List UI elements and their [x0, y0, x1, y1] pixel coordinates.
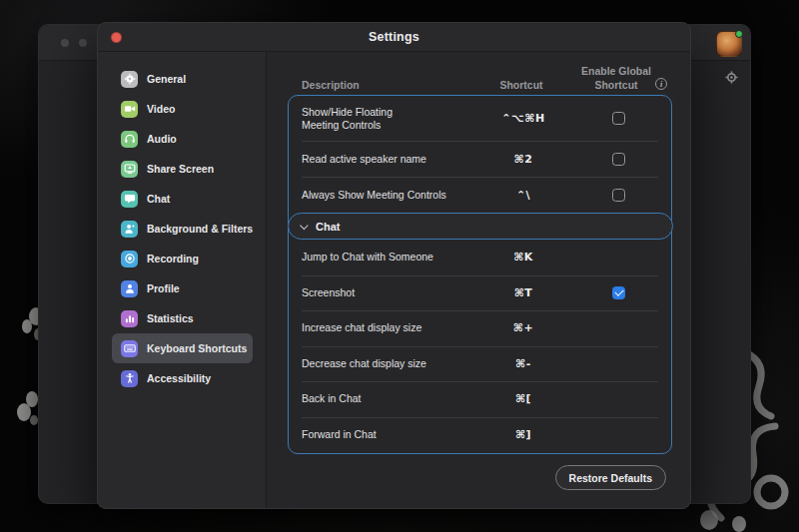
shortcut-row: Decrease chat display size⌘-: [289, 346, 671, 382]
minimize-icon[interactable]: [79, 39, 87, 47]
record-icon: [121, 251, 138, 267]
shortcut-description: Read active speaker name: [302, 153, 468, 166]
settings-sidebar: GeneralVideoAudioShare ScreenChatBackgro…: [98, 52, 267, 508]
shortcut-row: Back in Chat⌘[: [289, 381, 671, 417]
keyboard-icon: [121, 340, 138, 357]
sidebar-item-label: Video: [147, 103, 175, 115]
gear-icon[interactable]: [725, 71, 738, 84]
close-button[interactable]: [111, 32, 122, 43]
shortcut-row: Screenshot⌘T: [289, 275, 671, 311]
shortcut-row: Always Show Meeting Controls⌃\: [289, 177, 671, 213]
sidebar-item-background-filters[interactable]: Background & Filters: [112, 214, 253, 244]
sidebar-item-audio[interactable]: Audio: [112, 124, 253, 154]
chevron-down-icon: [300, 222, 308, 230]
shortcut-keys[interactable]: ⌃⌥⌘H: [468, 112, 578, 125]
sidebar-item-recording[interactable]: Recording: [112, 244, 253, 273]
global-shortcut-checkbox[interactable]: [612, 112, 625, 125]
video-camera-icon: [121, 101, 138, 118]
global-shortcut-checkbox[interactable]: [612, 286, 625, 299]
shortcut-row: Forward in Chat⌘]: [289, 417, 671, 453]
shortcut-row: Jump to Chat with Someone⌘K: [289, 240, 671, 275]
close-icon[interactable]: [61, 39, 69, 47]
shortcut-description: Screenshot: [302, 286, 468, 299]
user-avatar[interactable]: [716, 31, 742, 57]
shortcut-keys[interactable]: ⌘]: [468, 428, 578, 441]
sidebar-item-chat[interactable]: Chat: [112, 184, 253, 214]
sidebar-item-label: Keyboard Shortcuts: [147, 342, 247, 354]
shortcut-keys[interactable]: ⌃\: [468, 189, 578, 202]
sidebar-item-statistics[interactable]: Statistics: [112, 303, 253, 333]
shortcut-description: Forward in Chat: [302, 428, 468, 441]
gear-icon: [121, 71, 138, 88]
shortcut-description: Back in Chat: [302, 392, 468, 405]
info-icon[interactable]: i: [655, 78, 667, 90]
chat-section-label: Chat: [316, 221, 340, 233]
column-header-description: Description: [302, 79, 360, 91]
shortcut-row: Increase chat display size⌘+: [289, 310, 671, 346]
sidebar-item-share-screen[interactable]: Share Screen: [112, 154, 253, 184]
shortcut-description: Decrease chat display size: [302, 357, 468, 370]
sidebar-item-label: Share Screen: [147, 163, 214, 175]
sidebar-item-label: Audio: [147, 133, 177, 145]
person-filter-icon: [121, 221, 138, 238]
sidebar-item-profile[interactable]: Profile: [112, 273, 253, 303]
window-title: Settings: [369, 30, 419, 44]
settings-window: Settings GeneralVideoAudioShare ScreenCh…: [97, 22, 691, 509]
settings-titlebar: Settings: [98, 23, 690, 52]
accessibility-icon: [121, 370, 138, 387]
shortcut-keys[interactable]: ⌘[: [468, 392, 578, 405]
shortcut-description: Always Show Meeting Controls: [302, 189, 468, 202]
sidebar-item-general[interactable]: General: [112, 64, 253, 94]
sidebar-item-label: Background & Filters: [147, 223, 253, 235]
restore-defaults-button[interactable]: Restore Defaults: [555, 465, 666, 490]
shortcut-row: Show/Hide Floating Meeting Controls⌃⌥⌘H: [289, 96, 671, 141]
sidebar-item-label: Chat: [147, 193, 170, 205]
shortcut-description: Show/Hide Floating Meeting Controls: [302, 106, 468, 132]
headphones-icon: [121, 131, 138, 148]
share-screen-icon: [121, 161, 138, 178]
shortcut-keys[interactable]: ⌘T: [468, 286, 578, 299]
shortcut-description: Increase chat display size: [302, 321, 468, 334]
settings-content: Description Shortcut Enable Global Short…: [267, 52, 690, 508]
sidebar-item-keyboard-shortcuts[interactable]: Keyboard Shortcuts: [112, 333, 253, 363]
sidebar-item-label: Accessibility: [147, 372, 211, 384]
shortcut-description: Jump to Chat with Someone: [302, 251, 468, 264]
shortcut-keys[interactable]: ⌘-: [468, 357, 578, 370]
chat-bubble-icon: [121, 191, 138, 208]
person-icon: [121, 280, 138, 297]
sidebar-item-video[interactable]: Video: [112, 94, 253, 124]
shortcut-row: Read active speaker name⌘2: [289, 141, 671, 177]
global-shortcut-checkbox[interactable]: [612, 189, 625, 202]
sidebar-item-label: Profile: [147, 282, 180, 294]
desktop: Settings GeneralVideoAudioShare ScreenCh…: [0, 0, 799, 532]
sidebar-item-label: Recording: [147, 253, 199, 265]
bar-chart-icon: [121, 310, 138, 327]
shortcut-keys[interactable]: ⌘2: [468, 153, 578, 166]
sidebar-item-label: General: [147, 73, 186, 85]
online-status-dot: [735, 30, 743, 38]
column-header-enable-global: Enable Global Shortcut: [566, 65, 666, 92]
chat-section-header[interactable]: Chat: [288, 213, 673, 240]
shortcut-keys[interactable]: ⌘K: [468, 251, 578, 264]
shortcut-keys[interactable]: ⌘+: [468, 321, 578, 334]
global-shortcut-checkbox[interactable]: [612, 153, 625, 166]
shortcuts-table: Show/Hide Floating Meeting Controls⌃⌥⌘HR…: [288, 95, 672, 454]
sidebar-item-accessibility[interactable]: Accessibility: [112, 363, 253, 393]
sidebar-item-label: Statistics: [147, 312, 194, 324]
column-header-shortcut: Shortcut: [461, 79, 581, 91]
